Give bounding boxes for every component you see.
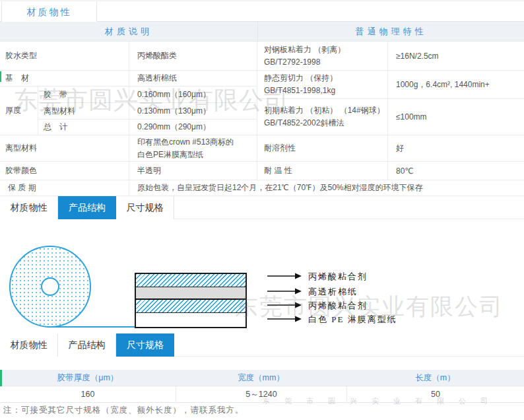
release-liner-value-line1: 印有黑色crown #513商标的 (137, 136, 234, 149)
temperature-resistance-value: 80℃ (388, 162, 524, 180)
thickness-total-value: 0.290mm（290μm） (129, 120, 257, 135)
layer-release-paper (136, 313, 246, 327)
product-spec-page: 材质物性 材质说明 普通物理特性 胶水类型 丙烯酸酯类 基 材 高透析棉纸 厚度… (0, 0, 524, 420)
tab-size-spec[interactable]: 尺寸规格 (116, 196, 174, 219)
release-liner-value: 印有黑色crown #513商标的 白色PE淋膜离型纸 (129, 135, 257, 162)
size-tab-bar: 材质物性 产品结构 尺寸规格 (0, 333, 524, 357)
top-tab-bar: 材质物性 (0, 0, 524, 22)
green-artifact-mark (0, 370, 2, 386)
green-artifact-mark (0, 71, 1, 82)
initial-tack-label: 初期粘着力 （初粘） （14#钢球） GB/T4852-2002斜槽法 (257, 99, 388, 135)
thickness-total-label: 总 计 (38, 120, 129, 135)
peel-adhesion-label-line2: GB/T2792-1998 (264, 56, 320, 69)
thickness-tape-label: 胶 带 (38, 87, 129, 103)
size-note: 注：可接受其它尺寸规格（宽度、额外长度），请联系我方。 (3, 405, 244, 416)
size-header-length: 长度（m） (346, 370, 524, 386)
size-header-width: 宽度（mm） (176, 370, 346, 386)
thickness-liner-label: 离型材料 (38, 103, 129, 120)
layer-annotation-1: 丙烯酸粘合剂 (267, 270, 368, 283)
shelf-life-value: 原始包装，自皇冠发货日起12个月，在21℃（70℉）及50%相对湿度的环境下保存 (129, 180, 524, 196)
arrow-right-icon (267, 271, 302, 283)
thickness-liner-value: 0.130mm（130μm） (129, 103, 257, 120)
arrow-right-icon (267, 300, 302, 312)
glue-type-label: 胶水类型 (0, 42, 129, 71)
temperature-resistance-label: 耐 温 性 (257, 162, 388, 180)
thickness-group-label: 厚度 (0, 87, 38, 135)
material-description-header: 材质说明 (0, 22, 257, 42)
peel-adhesion-label-line1: 对钢板粘着力 （剥离） (264, 44, 345, 56)
size-value-length: 50 (346, 386, 524, 403)
release-liner-value-line2: 白色PE淋膜离型纸 (137, 149, 203, 161)
initial-tack-label-line1: 初期粘着力 （初粘） （14#钢球） (264, 104, 385, 117)
layer-adhesive-bottom (136, 300, 246, 313)
solvent-resistance-label: 耐溶剂性 (257, 135, 388, 162)
size-header-thickness: 胶带厚度（μm） (0, 370, 176, 386)
layer-adhesive-top (136, 274, 246, 287)
layer-label-adhesive-top: 丙烯酸粘合剂 (308, 271, 368, 283)
tab-size-spec-2[interactable]: 尺寸规格 (116, 333, 174, 357)
tab-material-properties[interactable]: 材质物性 (0, 196, 58, 219)
size-value-width: 5～1240 (176, 386, 346, 403)
layer-tissue (136, 287, 246, 300)
layer-annotation-4: 白色 PE 淋膜离型纸 (267, 313, 397, 326)
tab-product-structure[interactable]: 产品结构 (58, 196, 116, 219)
thickness-tape-value: 0.160mm（160μm） (129, 87, 257, 103)
tape-color-value: 半透明 (129, 162, 257, 180)
arrow-right-icon (267, 314, 302, 326)
peel-adhesion-value: ≥16N/2.5cm (388, 42, 524, 71)
glue-type-value: 丙烯酸酯类 (129, 42, 257, 71)
layer-annotation-3: 丙烯酸粘合剂 (267, 299, 368, 312)
static-shear-label: 静态剪切力 （保持） GB/T4851-1998,1kg (257, 71, 388, 99)
solvent-resistance-value: 好 (388, 135, 524, 162)
static-shear-label-line2: GB/T4851-1998,1kg (264, 85, 335, 97)
release-liner-label: 离型材料 (0, 135, 129, 162)
tape-color-label: 胶带颜色 (0, 162, 129, 180)
layer-annotation-2: 高透析棉纸 (267, 285, 358, 298)
arrow-right-icon (267, 286, 302, 298)
static-shear-label-line1: 静态剪切力 （保持） (264, 72, 337, 85)
layer-label-release-paper: 白色 PE 淋膜离型纸 (308, 314, 397, 326)
peel-adhesion-label: 对钢板粘着力 （剥离） GB/T2792-1998 (257, 42, 388, 71)
size-value-thickness: 160 (0, 386, 176, 403)
layer-label-adhesive-bottom: 丙烯酸粘合剂 (308, 300, 368, 312)
layer-label-tissue: 高透析棉纸 (308, 286, 358, 298)
shelf-life-label: 保 质 期 (0, 180, 129, 196)
physical-properties-header: 普通物理特性 (257, 22, 524, 42)
structure-tab-bar: 材质物性 产品结构 尺寸规格 (0, 196, 524, 219)
base-material-label: 基 材 (0, 71, 129, 87)
tab-product-structure-2[interactable]: 产品结构 (58, 333, 116, 357)
initial-tack-label-line2: GB/T4852-2002斜槽法 (264, 117, 344, 129)
static-shear-value: 1000g，6.4cm², 1440min+ (388, 71, 524, 99)
layer-stack-diagram (135, 273, 247, 328)
tape-unwind-line (48, 326, 136, 328)
tab-material-properties-top[interactable]: 材质物性 (1, 1, 97, 23)
tab-material-properties-2[interactable]: 材质物性 (0, 333, 58, 357)
initial-tack-value: ≤100mm (388, 99, 524, 135)
base-material-value: 高透析棉纸 (129, 71, 257, 87)
tape-roll-core (41, 277, 59, 296)
